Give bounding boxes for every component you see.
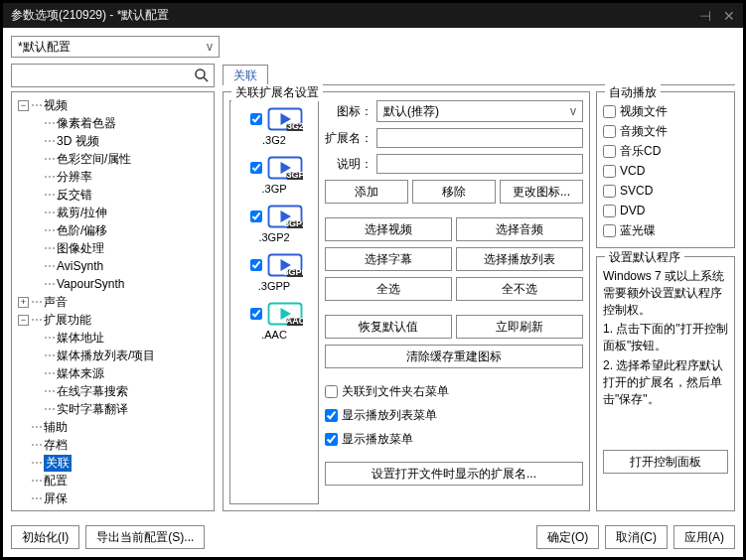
tree-node[interactable]: ⋯3D 视频 [14,132,212,150]
prog-text-1: Windows 7 或以上系统需要额外设置默认程序控制权。 [603,268,728,318]
expand-icon[interactable]: + [18,297,29,308]
refresh-button[interactable]: 立即刷新 [456,315,583,339]
autoplay-label: 视频文件 [620,103,668,120]
icon-label: 图标： [325,103,373,120]
apply-button[interactable]: 应用(A) [673,525,735,549]
tree-node[interactable]: ⋯色彩空间/属性 [14,150,212,168]
autoplay-checkbox[interactable] [603,125,616,138]
set-open-ext-button[interactable]: 设置打开文件时显示的扩展名... [325,462,583,486]
chevron-down-icon: v [570,104,576,118]
select-subtitle-button[interactable]: 选择字幕 [325,247,452,271]
ext-checkbox[interactable] [250,259,262,271]
autoplay-label: SVCD [620,184,653,198]
tree-node[interactable]: ⋯色阶/偏移 [14,221,212,239]
tree-node[interactable]: ⋯像素着色器 [14,114,212,132]
ext-checkbox[interactable] [250,308,262,320]
icon-combo[interactable]: 默认(推荐)v [376,100,583,122]
tab-association[interactable]: 关联 [223,65,268,85]
tree-node[interactable]: ⋯反交错 [14,186,212,204]
ext-item[interactable]: 3GP2 .3GP2 [232,201,316,249]
change-icon-button[interactable]: 更改图标... [500,180,583,204]
autoplay-label: DVD [620,204,645,217]
autoplay-fieldset: 自动播放 视频文件音频文件音乐CDVCDSVCDDVD蓝光碟 [596,91,735,248]
ext-item[interactable]: 3G2 .3G2 [232,103,316,152]
tree-node-ext[interactable]: −⋯扩展功能 [14,311,212,329]
init-button[interactable]: 初始化(I) [11,525,79,549]
play-icon: 3GP2 [267,203,303,230]
select-playlist-button[interactable]: 选择播放列表 [456,247,583,271]
search-input[interactable] [16,66,194,85]
tree-node-sound[interactable]: +⋯声音 [14,293,212,311]
play-icon: 3G2 [267,105,303,133]
tree-node[interactable]: ⋯媒体地址 [14,329,212,347]
export-config-button[interactable]: 导出当前配置(S)... [85,525,205,549]
tree-node[interactable]: ⋯AviSynth [14,257,212,275]
window-title: 参数选项(210929) - *默认配置 [11,7,687,24]
select-all-button[interactable]: 全选 [325,277,452,301]
collapse-icon[interactable]: − [18,315,29,326]
clear-cache-button[interactable]: 清除缓存重建图标 [325,345,583,368]
tree-node[interactable]: ⋯在线字幕搜索 [14,382,212,400]
ext-checkbox[interactable] [250,162,262,174]
tree-node[interactable]: ⋯VapourSynth [14,275,212,293]
autoplay-checkbox[interactable] [603,205,616,217]
ctx-folder-checkbox[interactable] [325,385,338,398]
remove-button[interactable]: 移除 [412,180,496,204]
autoplay-checkbox[interactable] [603,165,616,178]
autoplay-checkbox[interactable] [603,185,616,198]
ok-button[interactable]: 确定(O) [536,525,599,549]
ext-input[interactable] [376,128,583,148]
svg-text:AAC: AAC [285,316,302,326]
ext-name: .3G2 [262,134,286,146]
close-icon[interactable]: ✕ [723,8,735,24]
extension-list[interactable]: 3G2 .3G2 3GP .3GP 3GP2 .3GP2 3GPP .3GPP … [229,100,319,504]
tree-node[interactable]: ⋯媒体播放列表/项目 [14,347,212,364]
tree-node[interactable]: ⋯实时字幕翻译 [14,400,212,418]
autoplay-checkbox[interactable] [603,224,616,237]
autoplay-checkbox[interactable] [603,145,616,158]
show-playlist-menu-checkbox[interactable] [325,409,338,422]
restore-defaults-button[interactable]: 恢复默认值 [325,315,452,339]
tree-node-screensaver[interactable]: ⋯屏保 [14,490,212,507]
ext-item[interactable]: 3GP .3GP [232,152,316,201]
ext-name: .3GP2 [258,231,289,243]
tree-node[interactable]: ⋯裁剪/拉伸 [14,204,212,221]
tree-node-config[interactable]: ⋯配置 [14,472,212,490]
tree-node[interactable]: ⋯媒体来源 [14,364,212,382]
autoplay-label: 蓝光碟 [620,222,656,239]
autoplay-label: 音乐CD [620,143,661,160]
search-box[interactable] [11,64,215,87]
titlebar: 参数选项(210929) - *默认配置 ⊣ ✕ [3,3,743,28]
ext-checkbox[interactable] [250,113,262,125]
ext-name: .AAC [261,329,287,341]
open-control-panel-button[interactable]: 打开控制面板 [603,450,728,474]
config-combo[interactable]: *默认配置 v [11,36,220,58]
svg-line-1 [204,77,208,81]
tree-node-archive[interactable]: ⋯存档 [14,436,212,454]
ext-item[interactable]: AAC .AAC [232,298,316,347]
chevron-down-icon: v [207,40,213,54]
svg-text:3GP: 3GP [286,170,303,180]
add-button[interactable]: 添加 [325,180,408,204]
tree-node-assoc[interactable]: ⋯关联 [14,454,212,472]
select-video-button[interactable]: 选择视频 [325,217,452,241]
desc-input[interactable] [376,154,583,174]
tree-node-video[interactable]: −⋯视频 [14,96,212,114]
ext-checkbox[interactable] [250,210,262,222]
nav-tree[interactable]: −⋯视频 ⋯像素着色器⋯3D 视频⋯色彩空间/属性⋯分辨率⋯反交错⋯裁剪/拉伸⋯… [11,91,215,511]
autoplay-checkbox[interactable] [603,105,616,118]
cancel-button[interactable]: 取消(C) [605,525,668,549]
ext-name: .3GPP [258,280,290,292]
select-audio-button[interactable]: 选择音频 [456,217,583,241]
play-icon: 3GP [267,154,303,182]
ext-item[interactable]: 3GPP .3GPP [232,249,316,298]
tree-node[interactable]: ⋯图像处理 [14,239,212,257]
show-play-menu-checkbox[interactable] [325,433,338,446]
svg-point-0 [196,70,205,78]
tree-node-aux[interactable]: ⋯辅助 [14,418,212,436]
select-none-button[interactable]: 全不选 [456,277,583,301]
tree-node[interactable]: ⋯分辨率 [14,168,212,186]
play-icon: 3GPP [267,251,303,279]
pin-icon[interactable]: ⊣ [699,8,711,24]
collapse-icon[interactable]: − [18,100,29,111]
